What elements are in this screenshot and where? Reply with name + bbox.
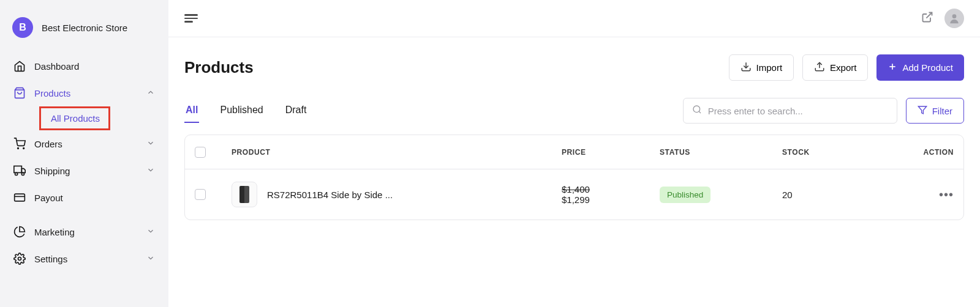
highlight-all-products: All Products xyxy=(39,106,110,130)
search-box[interactable] xyxy=(683,98,897,124)
row-actions-button[interactable]: ••• xyxy=(892,188,954,202)
svg-point-1 xyxy=(18,148,19,149)
svg-rect-3 xyxy=(14,166,21,173)
plus-icon xyxy=(888,62,897,73)
th-price: PRICE xyxy=(562,148,660,157)
status-badge: Published xyxy=(660,187,710,203)
th-status: STATUS xyxy=(660,148,782,157)
sidebar: B Best Electronic Store Dashboard Produc… xyxy=(0,0,168,307)
sidebar-item-products[interactable]: Products xyxy=(6,80,162,106)
tabs: All Published Draft xyxy=(184,98,307,123)
svg-marker-18 xyxy=(918,106,926,114)
tab-published[interactable]: Published xyxy=(219,98,264,123)
th-stock: STOCK xyxy=(782,148,892,157)
wallet-icon xyxy=(13,191,26,204)
topbar xyxy=(168,0,980,37)
products-table: PRODUCT PRICE STATUS STOCK ACTION RS72R5… xyxy=(184,135,964,220)
page-title: Products xyxy=(184,58,254,77)
price-old: $1,400 xyxy=(562,184,660,194)
price-new: $1,299 xyxy=(562,194,660,205)
svg-line-10 xyxy=(926,13,932,18)
chevron-down-icon xyxy=(146,166,155,176)
sidebar-item-label: Payout xyxy=(34,193,63,203)
sidebar-nav: Dashboard Products All Products xyxy=(0,53,168,272)
home-icon xyxy=(13,60,26,72)
th-product: PRODUCT xyxy=(232,148,562,157)
sidebar-item-label: Products xyxy=(34,88,70,98)
import-button[interactable]: Import xyxy=(729,54,794,81)
tab-all[interactable]: All xyxy=(184,98,199,123)
stock-cell: 20 xyxy=(782,190,892,200)
download-icon xyxy=(741,61,752,74)
svg-line-17 xyxy=(699,111,701,113)
gear-icon xyxy=(13,253,26,265)
main: Products Import Export xyxy=(168,0,980,307)
sidebar-item-label: Marketing xyxy=(34,227,75,237)
page-header: Products Import Export xyxy=(184,54,964,81)
hamburger-menu[interactable] xyxy=(184,12,198,24)
svg-point-11 xyxy=(952,14,957,18)
external-link-icon[interactable] xyxy=(921,11,933,26)
toolbar: All Published Draft Fi xyxy=(184,98,964,124)
content: Products Import Export xyxy=(168,37,980,237)
sidebar-item-orders[interactable]: Orders xyxy=(6,130,162,157)
chevron-down-icon xyxy=(146,254,155,264)
filter-icon xyxy=(918,105,927,117)
pie-icon xyxy=(13,226,26,238)
select-all-checkbox[interactable] xyxy=(195,147,206,158)
svg-point-6 xyxy=(21,172,24,175)
add-product-button[interactable]: Add Product xyxy=(876,54,964,81)
upload-icon xyxy=(814,61,825,74)
filter-button[interactable]: Filter xyxy=(906,98,964,124)
product-thumbnail xyxy=(232,182,257,207)
header-actions: Import Export Add Product xyxy=(729,54,964,81)
chevron-up-icon xyxy=(146,88,155,98)
sidebar-item-label: Settings xyxy=(34,254,67,264)
sidebar-item-payout[interactable]: Payout xyxy=(6,184,162,211)
svg-point-2 xyxy=(23,148,24,149)
chevron-down-icon xyxy=(146,139,155,149)
bag-icon xyxy=(13,87,26,99)
sidebar-item-settings[interactable]: Settings xyxy=(6,245,162,272)
tab-draft[interactable]: Draft xyxy=(284,98,308,123)
sidebar-item-label: Dashboard xyxy=(34,61,79,72)
truck-icon xyxy=(13,165,26,177)
user-avatar[interactable] xyxy=(944,9,964,28)
product-cell[interactable]: RS72R5011B4 Side by Side ... xyxy=(232,182,562,207)
store-header[interactable]: B Best Electronic Store xyxy=(0,12,168,53)
chevron-down-icon xyxy=(146,227,155,237)
row-checkbox[interactable] xyxy=(195,189,206,200)
search-icon xyxy=(692,105,702,117)
sidebar-item-marketing[interactable]: Marketing xyxy=(6,218,162,245)
price-cell: $1,400 $1,299 xyxy=(562,184,660,205)
svg-point-5 xyxy=(15,172,18,175)
export-button[interactable]: Export xyxy=(802,54,868,81)
table-row: RS72R5011B4 Side by Side ... $1,400 $1,2… xyxy=(185,169,963,220)
store-name: Best Electronic Store xyxy=(42,23,127,33)
th-action: ACTION xyxy=(892,148,954,157)
product-name: RS72R5011B4 Side by Side ... xyxy=(267,190,393,200)
svg-rect-7 xyxy=(15,194,25,201)
cart-icon xyxy=(13,138,26,150)
sidebar-subitem-all-products[interactable]: All Products xyxy=(48,109,102,127)
sidebar-item-label: Shipping xyxy=(34,166,70,176)
sidebar-item-label: Orders xyxy=(34,139,62,149)
store-avatar: B xyxy=(12,17,33,38)
svg-point-16 xyxy=(693,106,700,113)
table-header: PRODUCT PRICE STATUS STOCK ACTION xyxy=(185,135,963,169)
svg-marker-4 xyxy=(21,169,25,173)
sidebar-item-dashboard[interactable]: Dashboard xyxy=(6,53,162,80)
status-cell: Published xyxy=(660,187,782,203)
svg-point-9 xyxy=(18,257,21,261)
search-input[interactable] xyxy=(708,106,888,116)
sidebar-sub-products: All Products xyxy=(6,106,162,130)
sidebar-item-shipping[interactable]: Shipping xyxy=(6,157,162,184)
